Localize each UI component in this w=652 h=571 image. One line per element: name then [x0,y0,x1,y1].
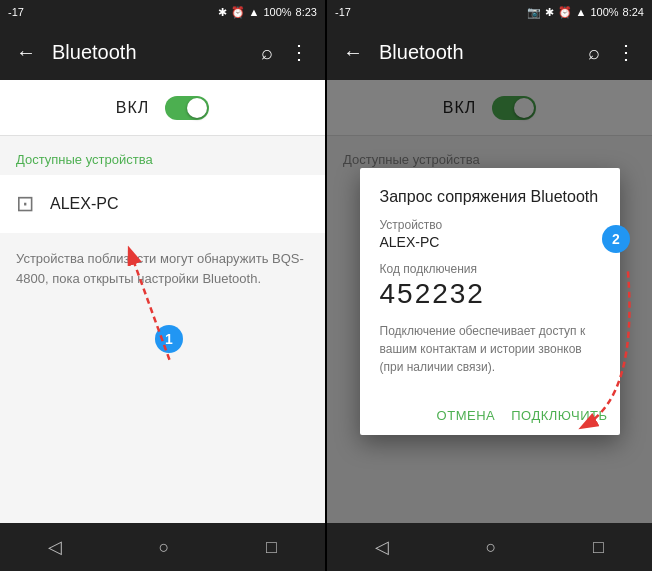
app-bar-1: ← Bluetooth ⌕ ⋮ [0,24,325,80]
back-nav-1[interactable]: ◁ [48,536,62,558]
toggle-label-1: ВКЛ [116,99,150,117]
signal-strength-2: -17 [335,6,351,18]
laptop-icon: ⊡ [16,191,34,217]
search-icon-1[interactable]: ⌕ [261,41,273,64]
alarm-icon-2: ⏰ [558,6,572,19]
nav-bar-1: ◁ ○ □ [0,523,325,571]
step-badge-1: 1 [155,325,183,353]
connect-button[interactable]: ПОДКЛЮЧИТЬ [511,408,607,423]
page-title-1: Bluetooth [52,41,245,64]
home-nav-1[interactable]: ○ [159,537,170,558]
dialog-actions: ОТМЕНА ПОДКЛЮЧИТЬ [360,400,620,435]
signal-strength-1: -17 [8,6,24,18]
dialog-title: Запрос сопряжения Bluetooth [360,168,620,218]
bluetooth-pairing-dialog: Запрос сопряжения Bluetooth Устройство A… [360,168,620,435]
device-item-alex-pc[interactable]: ⊡ ALEX-PC [0,175,325,233]
bluetooth-status-icon: ✱ [218,6,227,19]
info-text-1: Устройства поблизости могут обнаружить B… [0,233,325,304]
dialog-overlay: Запрос сопряжения Bluetooth Устройство A… [327,80,652,523]
dialog-device-name: ALEX-PC [380,234,600,250]
signal-icon-2: ▲ [576,6,587,18]
back-nav-2[interactable]: ◁ [375,536,389,558]
screen-1: -17 ✱ ⏰ ▲ 100% 8:23 ← Bluetooth ⌕ ⋮ ВКЛ … [0,0,325,571]
more-icon-2[interactable]: ⋮ [616,40,636,64]
status-icons-1: ✱ ⏰ ▲ 100% 8:23 [218,6,317,19]
pairing-code: 452232 [380,278,600,310]
back-button-1[interactable]: ← [16,41,36,64]
code-label: Код подключения [380,262,600,276]
battery-icon: 100% [263,6,291,18]
bluetooth-toggle-1[interactable] [165,96,209,120]
search-icon-2[interactable]: ⌕ [588,41,600,64]
alarm-icon: ⏰ [231,6,245,19]
camera-icon: 📷 [527,6,541,19]
battery-icon-2: 100% [590,6,618,18]
time-1: 8:23 [296,6,317,18]
device-name-1: ALEX-PC [50,195,118,213]
content-area-2: ВКЛ Доступные устройства Запрос сопряжен… [327,80,652,523]
status-bar-1: -17 ✱ ⏰ ▲ 100% 8:23 [0,0,325,24]
recent-nav-1[interactable]: □ [266,537,277,558]
dialog-body: Устройство ALEX-PC Код подключения 45223… [360,218,620,400]
page-title-2: Bluetooth [379,41,572,64]
time-2: 8:24 [623,6,644,18]
step-badge-2: 2 [602,225,630,253]
recent-nav-2[interactable]: □ [593,537,604,558]
back-button-2[interactable]: ← [343,41,363,64]
cancel-button[interactable]: ОТМЕНА [437,408,496,423]
screen-2: -17 📷 ✱ ⏰ ▲ 100% 8:24 ← Bluetooth ⌕ ⋮ ВК… [327,0,652,571]
app-bar-2: ← Bluetooth ⌕ ⋮ [327,24,652,80]
status-icons-2: 📷 ✱ ⏰ ▲ 100% 8:24 [527,6,644,19]
bluetooth-status-icon-2: ✱ [545,6,554,19]
signal-icon: ▲ [249,6,260,18]
home-nav-2[interactable]: ○ [486,537,497,558]
dialog-info-text: Подключение обеспечивает доступ к вашим … [380,322,600,376]
device-label: Устройство [380,218,600,232]
nav-bar-2: ◁ ○ □ [327,523,652,571]
section-header-1: Доступные устройства [0,136,325,175]
content-area-1: ВКЛ Доступные устройства ⊡ ALEX-PC Устро… [0,80,325,523]
more-icon-1[interactable]: ⋮ [289,40,309,64]
status-bar-2: -17 📷 ✱ ⏰ ▲ 100% 8:24 [327,0,652,24]
toggle-row-1: ВКЛ [0,80,325,136]
